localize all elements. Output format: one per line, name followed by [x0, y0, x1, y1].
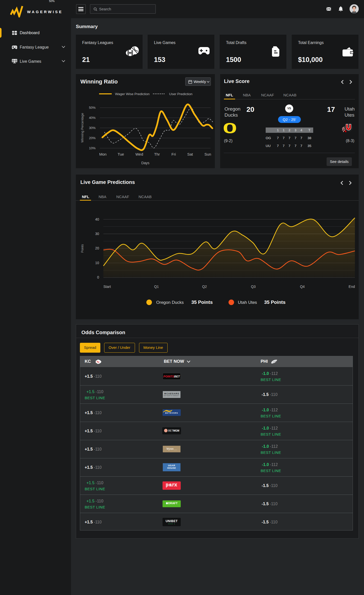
svg-text:0: 0	[97, 275, 99, 279]
svg-text:Sat: Sat	[187, 152, 193, 156]
svg-text:End: End	[349, 285, 355, 289]
svg-text:Q2: Q2	[202, 285, 207, 289]
svg-text:30: 30	[95, 232, 99, 236]
svg-text:Tue: Tue	[118, 152, 124, 156]
svg-text:Thr: Thr	[154, 152, 160, 156]
svg-text:C: C	[98, 361, 100, 364]
svg-text:40%: 40%	[89, 116, 96, 120]
svg-text:User Prediction: User Prediction	[169, 92, 192, 96]
svg-text:Sun: Sun	[204, 152, 211, 156]
svg-text:Q3: Q3	[251, 285, 256, 289]
svg-text:Wager Wise Prediction: Wager Wise Prediction	[115, 92, 150, 96]
svg-text:Q4: Q4	[300, 285, 305, 289]
svg-text:Q1: Q1	[154, 285, 159, 289]
svg-text:40: 40	[95, 217, 99, 221]
svg-text:Wed: Wed	[135, 152, 143, 156]
svg-text:50%: 50%	[89, 106, 96, 110]
svg-text:Points: Points	[81, 244, 84, 252]
svg-text:20%: 20%	[89, 136, 96, 140]
svg-text:10: 10	[95, 261, 99, 265]
svg-text:Fri: Fri	[171, 152, 176, 156]
svg-text:Days: Days	[141, 161, 149, 165]
svg-text:20: 20	[95, 246, 99, 250]
svg-text:Winning Percentage: Winning Percentage	[80, 113, 84, 142]
svg-text:10%: 10%	[89, 146, 96, 150]
svg-text:30%: 30%	[89, 126, 96, 130]
svg-text:Start: Start	[103, 285, 111, 289]
svg-text:Mon: Mon	[99, 152, 106, 156]
